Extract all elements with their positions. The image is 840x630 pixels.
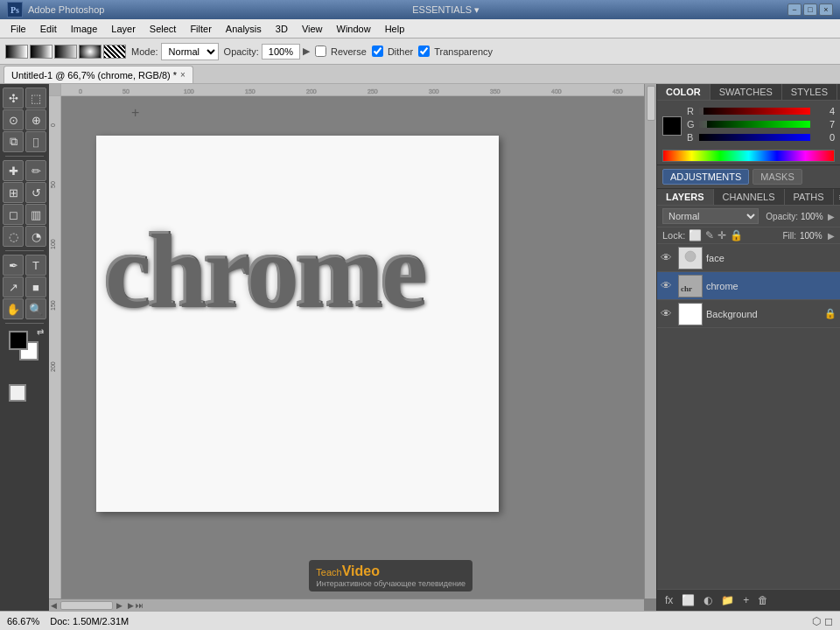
layer-delete-btn[interactable]: 🗑 (755, 592, 771, 608)
hscroll-left-btn[interactable]: ◀ (51, 601, 57, 610)
transparency-checkbox[interactable] (418, 46, 430, 57)
opacity-arrow[interactable]: ▶ (303, 46, 310, 57)
move-tool[interactable]: ✣ (3, 88, 24, 108)
doc-tab[interactable]: Untitled-1 @ 66,7% (chrome, RGB/8) * × (4, 66, 193, 83)
tab-layers[interactable]: LAYERS (657, 189, 714, 205)
layer-mask-btn[interactable]: ⬜ (679, 592, 697, 608)
hscroll-end-btn[interactable]: ⏭ (136, 601, 144, 610)
color-swatch-area: ⇄ (9, 331, 40, 362)
blur-tool[interactable]: ◌ (3, 226, 24, 247)
layer-fx-btn[interactable]: fx (662, 592, 676, 608)
gradient-swatch-1[interactable] (5, 45, 28, 59)
gradient-swatch-5[interactable] (103, 45, 126, 59)
layer-eye-face[interactable]: 👁 (661, 251, 675, 264)
gradient-tool[interactable]: ▥ (25, 204, 46, 225)
statusbar-icon-1[interactable]: ⬡ (812, 615, 821, 627)
fg-color-swatch[interactable] (9, 331, 28, 350)
opacity-stepper[interactable]: ▶ (828, 212, 835, 221)
fill-stepper[interactable]: ▶ (828, 231, 835, 241)
path-select-tool[interactable]: ↗ (3, 276, 24, 298)
layer-chrome[interactable]: 👁 chr chrome (657, 272, 840, 300)
reverse-checkbox[interactable] (315, 46, 326, 57)
quick-mask-btn[interactable] (9, 384, 26, 402)
layer-face[interactable]: 👁 face (657, 244, 840, 272)
tab-channels[interactable]: CHANNELS (714, 189, 785, 205)
hscroll-play-btn[interactable]: ▶ (128, 601, 134, 610)
shape-tool[interactable]: ■ (25, 276, 46, 298)
color-spectrum[interactable] (662, 150, 835, 162)
layer-group-btn[interactable]: 📁 (718, 592, 737, 608)
horizontal-scrollbar[interactable]: ◀ ▶ ▶ ⏭ (49, 598, 644, 611)
tab-swatches[interactable]: SWATCHES (710, 84, 782, 100)
menu-item-image[interactable]: Image (64, 22, 105, 36)
menu-item-analysis[interactable]: Analysis (219, 22, 269, 36)
vscroll-thumb[interactable] (647, 86, 655, 121)
g-slider[interactable] (699, 121, 810, 128)
zoom-tool[interactable]: 🔍 (25, 298, 46, 319)
pen-tool[interactable]: ✒ (3, 255, 24, 276)
minimize-btn[interactable]: − (788, 4, 802, 16)
menu-item-window[interactable]: Window (330, 22, 378, 36)
tab-color[interactable]: COLOR (657, 84, 710, 100)
brush-tool[interactable]: ✏ (25, 160, 46, 181)
eraser-tool[interactable]: ◻ (3, 204, 24, 225)
menu-item-layer[interactable]: Layer (104, 22, 143, 36)
tab-styles[interactable]: STYLES (782, 84, 837, 100)
tab-masks[interactable]: MASKS (752, 169, 802, 185)
layer-adjustment-btn[interactable]: ◐ (701, 592, 715, 608)
menu-item-file[interactable]: File (4, 22, 33, 36)
blend-mode-select[interactable]: Normal (662, 208, 759, 224)
gradient-swatch-4[interactable] (79, 45, 102, 59)
layer-eye-chrome[interactable]: 👁 (661, 279, 675, 292)
opacity-label-inline: Opacity: (766, 212, 798, 221)
menu-item-edit[interactable]: Edit (33, 22, 64, 36)
stamp-tool[interactable]: ⊞ (3, 182, 24, 203)
text-tool[interactable]: T (25, 255, 46, 276)
tab-adjustments[interactable]: ADJUSTMENTS (662, 169, 749, 185)
vertical-scrollbar[interactable] (644, 84, 656, 598)
gradient-swatch-3[interactable] (54, 45, 77, 59)
dither-checkbox[interactable] (372, 46, 383, 57)
spot-heal-tool[interactable]: ✚ (3, 160, 24, 181)
hand-tool[interactable]: ✋ (3, 298, 24, 319)
lock-image-btn[interactable]: ✎ (705, 229, 714, 242)
wand-tool[interactable]: ⊕ (25, 109, 46, 130)
maximize-btn[interactable]: □ (803, 4, 817, 16)
essentials-btn[interactable]: ESSENTIALS ▾ (412, 4, 480, 16)
crop-tool[interactable]: ⧉ (3, 131, 24, 152)
svg-text:350: 350 (490, 88, 500, 94)
slice-tool[interactable]: ⌷ (25, 131, 46, 152)
lasso-tool[interactable]: ⊙ (3, 109, 24, 130)
swap-colors-icon[interactable]: ⇄ (37, 327, 44, 337)
hscroll-thumb[interactable] (60, 601, 113, 610)
menu-item-3d[interactable]: 3D (269, 22, 295, 36)
r-slider[interactable] (699, 108, 810, 115)
tab-close-btn[interactable]: × (180, 70, 186, 80)
selection-tool[interactable]: ⬚ (25, 88, 46, 108)
layer-background[interactable]: 👁 Background 🔒 (657, 300, 840, 328)
layers-panel-menu-btn[interactable]: ≡ (834, 189, 840, 205)
menu-item-view[interactable]: View (295, 22, 330, 36)
layer-eye-bg[interactable]: 👁 (661, 307, 675, 320)
r-value: 4 (814, 106, 835, 116)
statusbar-icon-2[interactable]: ◻ (824, 615, 833, 627)
menu-item-select[interactable]: Select (143, 22, 184, 36)
hscroll-right-btn[interactable]: ▶ (116, 601, 122, 610)
tab-paths[interactable]: PATHS (785, 189, 834, 205)
doc-info: Doc: 1.50M/2.31M (50, 616, 129, 626)
foreground-color-small[interactable] (662, 116, 682, 136)
opacity-input[interactable] (262, 44, 300, 60)
dodge-tool[interactable]: ◔ (25, 226, 46, 247)
history-brush[interactable]: ↺ (25, 182, 46, 203)
mode-select[interactable]: Normal (161, 43, 219, 60)
menu-item-help[interactable]: Help (378, 22, 412, 36)
lock-transparency-btn[interactable]: ⬜ (689, 229, 702, 242)
b-slider[interactable] (699, 134, 810, 141)
lock-position-btn[interactable]: ✛ (718, 229, 726, 242)
gradient-swatch-2[interactable] (30, 45, 52, 59)
lock-all-btn[interactable]: 🔒 (730, 229, 743, 242)
menu-item-filter[interactable]: Filter (183, 22, 218, 36)
layer-new-btn[interactable]: + (740, 592, 752, 608)
canvas-area[interactable]: 0 50 100 150 200 250 300 350 400 450 0 5… (49, 84, 656, 611)
close-btn[interactable]: × (819, 4, 833, 16)
